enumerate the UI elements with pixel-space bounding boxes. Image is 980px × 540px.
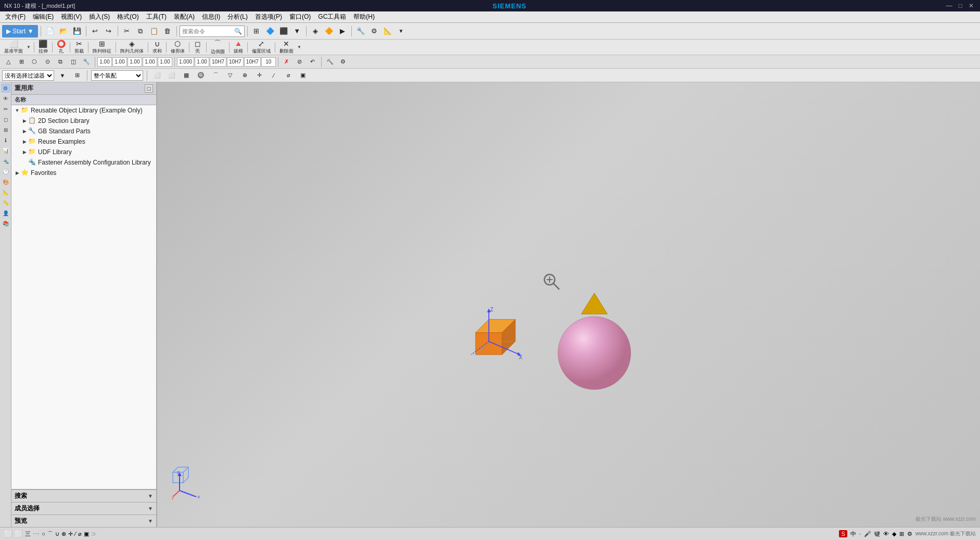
tool-btn-3[interactable]: 📐: [381, 25, 394, 37]
cut-btn[interactable]: ✂: [121, 25, 133, 37]
tree-item-fastener[interactable]: ▶ 🔩 Fastener Assembly Configuration Libr…: [11, 157, 156, 168]
member-select-header[interactable]: 成员选择 ▼: [11, 503, 156, 514]
menu-window[interactable]: 窗口(O): [286, 11, 314, 22]
start-button[interactable]: ▶ Start ▼: [2, 25, 38, 37]
no-filter-select[interactable]: 没有选择过滤器: [2, 70, 54, 81]
view-btn-1[interactable]: ⊞: [250, 25, 263, 37]
filter-btn-1[interactable]: ⬜: [151, 69, 163, 82]
search-icon[interactable]: 🔍: [234, 28, 242, 35]
filter-btn-5[interactable]: ⌒: [209, 69, 222, 82]
tool-btn-1[interactable]: 🔧: [354, 25, 367, 37]
open-file-btn[interactable]: 📂: [57, 25, 70, 37]
status-icon-3[interactable]: 三: [25, 530, 31, 538]
menu-preferences[interactable]: 首选项(P): [252, 11, 285, 22]
filter-toggle[interactable]: ▼: [56, 69, 69, 82]
tree-item-2d[interactable]: ▶ 📋 2D Section Library: [11, 116, 156, 126]
extrude-btn[interactable]: ⬛ 拉伸: [36, 40, 50, 55]
t3-btn-2[interactable]: ⊞: [15, 56, 28, 68]
expand-icon-5[interactable]: ▶: [21, 148, 28, 156]
side-icon-assembly[interactable]: ⊞: [1, 125, 10, 134]
3d-viewport[interactable]: Z X: [157, 82, 980, 527]
minimize-btn[interactable]: —: [944, 2, 954, 9]
t3-btn-3[interactable]: ⬡: [28, 56, 41, 68]
t3-extra-1[interactable]: 🔨: [324, 56, 336, 68]
expand-icon-3[interactable]: ▶: [21, 128, 28, 135]
assembly-filter-select[interactable]: 整个装配: [91, 70, 143, 81]
menu-tools[interactable]: 工具(T): [143, 11, 170, 22]
status-icon-4[interactable]: ···: [33, 529, 40, 538]
side-icon-analysis[interactable]: 📊: [1, 146, 10, 155]
status-icon-9[interactable]: ✛: [68, 531, 73, 537]
t3-special-3[interactable]: ↶: [307, 56, 319, 68]
t3-btn-1[interactable]: △: [2, 56, 15, 68]
feature-more-drop[interactable]: ▼: [296, 45, 302, 49]
render-btn-1[interactable]: ◈: [309, 25, 322, 37]
tree-item-reuse-examples[interactable]: ▶ 📁 Reuse Examples: [11, 136, 156, 147]
more-btn-1[interactable]: ▼: [395, 25, 408, 37]
view-btn-2[interactable]: 🔷: [264, 25, 276, 37]
filter-apply[interactable]: ⊞: [71, 69, 83, 82]
view-btn-4[interactable]: ▼: [291, 25, 303, 37]
tool-btn-2[interactable]: ⚙: [368, 25, 380, 37]
menu-help[interactable]: 帮助(H): [350, 11, 378, 22]
menu-file[interactable]: 文件(F): [2, 11, 29, 22]
filter-btn-2[interactable]: ⬜: [166, 69, 178, 82]
diamond-icon[interactable]: ◆: [892, 531, 896, 537]
filter-btn-10[interactable]: ⌀: [282, 69, 295, 82]
side-icon-measure[interactable]: 📏: [1, 198, 10, 207]
menu-edit[interactable]: 编辑(E): [30, 11, 57, 22]
filter-btn-7[interactable]: ⊕: [238, 69, 251, 82]
t3-btn-4[interactable]: ⊙: [41, 56, 54, 68]
side-icon-view[interactable]: 👁: [1, 94, 10, 103]
pattern-geo-btn[interactable]: ◈ 阵列几何体: [118, 40, 146, 55]
menu-insert[interactable]: 插入(S): [86, 11, 113, 22]
status-icon-10[interactable]: ∕: [75, 531, 76, 537]
input-method-s[interactable]: S: [839, 530, 847, 537]
datum-plane-drop[interactable]: ▼: [26, 45, 32, 49]
side-icon-sketch[interactable]: ✏: [1, 104, 10, 114]
menu-analysis[interactable]: 分析(L): [224, 11, 251, 22]
side-icon-motion[interactable]: 🕐: [1, 167, 10, 176]
edge-blend-btn[interactable]: ⌒ 边倒圆: [209, 40, 227, 55]
t3-extra-2[interactable]: ⚙: [337, 56, 349, 68]
filter-btn-6[interactable]: ▽: [224, 69, 236, 82]
status-icon-12[interactable]: ▣: [84, 531, 89, 537]
search-input[interactable]: [182, 28, 234, 34]
menu-format[interactable]: 格式(O): [114, 11, 142, 22]
microphone-icon[interactable]: 🎤: [864, 531, 871, 537]
search-header[interactable]: 搜索 ▼: [11, 490, 156, 502]
trim-body-btn[interactable]: ⬡ 修剪体: [169, 40, 187, 55]
tree-item-favorites[interactable]: ▶ ⭐ Favorites: [11, 168, 156, 178]
pattern-feature-btn[interactable]: ⊞ 阵列特征: [91, 40, 113, 55]
panel-expand-btn[interactable]: □: [145, 84, 153, 93]
tree-item-udf[interactable]: ▶ 📁 UDF Library: [11, 147, 156, 157]
side-icon-info[interactable]: ℹ: [1, 135, 10, 145]
keyboard-icon[interactable]: 键: [874, 530, 880, 538]
filter-btn-9[interactable]: ∕: [268, 69, 280, 82]
undo-btn[interactable]: ↩: [89, 25, 101, 37]
side-icon-settings[interactable]: ⚙: [1, 83, 10, 93]
menu-info[interactable]: 信息(I): [199, 11, 223, 22]
side-icon-color[interactable]: 🎨: [1, 177, 10, 186]
paste-btn[interactable]: 📋: [148, 25, 160, 37]
t3-special-2[interactable]: ⊘: [294, 56, 306, 68]
status-icon-5[interactable]: ○: [42, 531, 45, 537]
copy-btn[interactable]: ⧉: [134, 25, 147, 37]
status-icon-7[interactable]: ∪: [55, 531, 59, 537]
status-icon-6[interactable]: ⌒: [47, 530, 53, 538]
side-icon-cam[interactable]: 🔩: [1, 156, 10, 166]
menu-assembly[interactable]: 装配(A): [171, 11, 198, 22]
status-icon-8[interactable]: ⊕: [61, 531, 66, 537]
side-icon-person[interactable]: 👤: [1, 208, 10, 218]
hole-btn[interactable]: ⭕ 孔: [55, 40, 68, 55]
menu-gctoolbox[interactable]: GC工具箱: [315, 11, 349, 22]
status-icon-11[interactable]: ⌀: [78, 531, 82, 537]
gear-icon[interactable]: ⚙: [907, 531, 912, 537]
t3-special-1[interactable]: ✗: [281, 56, 293, 68]
delete-face-btn[interactable]: ✕ 删除面: [277, 40, 296, 55]
filter-btn-11[interactable]: ▣: [297, 69, 309, 82]
side-icon-features[interactable]: ◻: [1, 115, 10, 124]
search-box[interactable]: 🔍: [180, 26, 245, 37]
preview-header[interactable]: 预览 ▼: [11, 515, 156, 527]
view-btn-3[interactable]: ⬛: [277, 25, 290, 37]
